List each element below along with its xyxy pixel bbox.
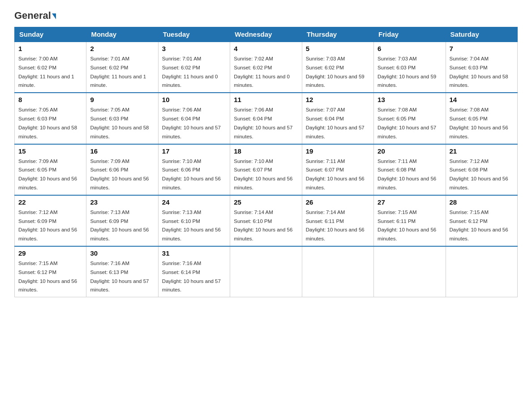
day-number: 14 (450, 96, 514, 103)
day-info: Sunrise: 7:14 AMSunset: 6:10 PMDaylight:… (234, 210, 292, 241)
day-info: Sunrise: 7:09 AMSunset: 6:06 PMDaylight:… (90, 158, 149, 190)
calendar-cell: 18 Sunrise: 7:10 AMSunset: 6:07 PMDaylig… (230, 144, 302, 195)
calendar-cell: 22 Sunrise: 7:12 AMSunset: 6:09 PMDaylig… (15, 195, 86, 246)
day-info: Sunrise: 7:10 AMSunset: 6:06 PMDaylight:… (162, 158, 221, 190)
day-number: 31 (162, 249, 226, 257)
col-header-sunday: Sunday (15, 27, 86, 42)
calendar-cell: 23 Sunrise: 7:13 AMSunset: 6:09 PMDaylig… (86, 195, 158, 246)
day-number: 25 (234, 198, 298, 206)
calendar-cell: 24 Sunrise: 7:13 AMSunset: 6:10 PMDaylig… (158, 195, 230, 246)
calendar-cell: 25 Sunrise: 7:14 AMSunset: 6:10 PMDaylig… (230, 195, 302, 246)
day-number: 29 (18, 249, 82, 257)
day-number: 1 (18, 45, 82, 52)
day-info: Sunrise: 7:04 AMSunset: 6:03 PMDaylight:… (450, 56, 508, 88)
day-number: 7 (450, 45, 514, 52)
col-header-monday: Monday (86, 27, 158, 42)
calendar-cell: 4 Sunrise: 7:02 AMSunset: 6:02 PMDayligh… (230, 42, 302, 93)
day-info: Sunrise: 7:16 AMSunset: 6:13 PMDaylight:… (90, 261, 149, 292)
col-header-wednesday: Wednesday (230, 27, 302, 42)
calendar-header-row: SundayMondayTuesdayWednesdayThursdayFrid… (15, 27, 518, 42)
day-number: 26 (306, 198, 370, 206)
calendar-cell: 16 Sunrise: 7:09 AMSunset: 6:06 PMDaylig… (86, 144, 158, 195)
calendar-week-row: 15 Sunrise: 7:09 AMSunset: 6:05 PMDaylig… (15, 144, 518, 195)
day-info: Sunrise: 7:14 AMSunset: 6:11 PMDaylight:… (306, 210, 365, 241)
calendar-cell (302, 246, 373, 297)
day-info: Sunrise: 7:13 AMSunset: 6:10 PMDaylight:… (162, 210, 221, 241)
col-header-thursday: Thursday (302, 27, 373, 42)
calendar-cell: 3 Sunrise: 7:01 AMSunset: 6:02 PMDayligh… (158, 42, 230, 93)
day-number: 23 (90, 198, 154, 206)
calendar-cell: 14 Sunrise: 7:08 AMSunset: 6:05 PMDaylig… (446, 93, 517, 144)
day-info: Sunrise: 7:08 AMSunset: 6:05 PMDaylight:… (450, 107, 508, 139)
day-number: 3 (162, 45, 226, 52)
calendar-cell: 2 Sunrise: 7:01 AMSunset: 6:02 PMDayligh… (86, 42, 158, 93)
logo-triangle-icon (52, 13, 56, 19)
day-number: 13 (378, 96, 442, 103)
calendar-cell: 10 Sunrise: 7:06 AMSunset: 6:04 PMDaylig… (158, 93, 230, 144)
day-info: Sunrise: 7:11 AMSunset: 6:07 PMDaylight:… (306, 158, 365, 190)
calendar-cell: 17 Sunrise: 7:10 AMSunset: 6:06 PMDaylig… (158, 144, 230, 195)
day-number: 9 (90, 96, 154, 103)
day-number: 15 (18, 147, 82, 155)
day-number: 18 (234, 147, 298, 155)
day-number: 21 (450, 147, 514, 155)
day-info: Sunrise: 7:15 AMSunset: 6:11 PMDaylight:… (378, 210, 436, 241)
calendar-cell: 5 Sunrise: 7:03 AMSunset: 6:02 PMDayligh… (302, 42, 373, 93)
calendar-week-row: 22 Sunrise: 7:12 AMSunset: 6:09 PMDaylig… (15, 195, 518, 246)
day-info: Sunrise: 7:09 AMSunset: 6:05 PMDaylight:… (18, 158, 77, 190)
calendar-cell: 9 Sunrise: 7:05 AMSunset: 6:03 PMDayligh… (86, 93, 158, 144)
calendar-cell: 31 Sunrise: 7:16 AMSunset: 6:14 PMDaylig… (158, 246, 230, 297)
calendar-week-row: 29 Sunrise: 7:15 AMSunset: 6:12 PMDaylig… (15, 246, 518, 297)
calendar-cell: 13 Sunrise: 7:08 AMSunset: 6:05 PMDaylig… (374, 93, 446, 144)
day-number: 19 (306, 147, 370, 155)
calendar-cell: 12 Sunrise: 7:07 AMSunset: 6:04 PMDaylig… (302, 93, 373, 144)
day-info: Sunrise: 7:03 AMSunset: 6:03 PMDaylight:… (378, 56, 436, 88)
day-info: Sunrise: 7:12 AMSunset: 6:09 PMDaylight:… (18, 210, 77, 241)
day-number: 4 (234, 45, 298, 52)
day-number: 20 (378, 147, 442, 155)
calendar-cell: 30 Sunrise: 7:16 AMSunset: 6:13 PMDaylig… (86, 246, 158, 297)
day-number: 24 (162, 198, 226, 206)
calendar-cell: 11 Sunrise: 7:06 AMSunset: 6:04 PMDaylig… (230, 93, 302, 144)
day-info: Sunrise: 7:01 AMSunset: 6:02 PMDaylight:… (90, 56, 146, 88)
day-number: 8 (18, 96, 82, 103)
day-number: 11 (234, 96, 298, 103)
calendar-cell: 20 Sunrise: 7:11 AMSunset: 6:08 PMDaylig… (374, 144, 446, 195)
day-info: Sunrise: 7:13 AMSunset: 6:09 PMDaylight:… (90, 210, 149, 241)
day-number: 22 (18, 198, 82, 206)
calendar-cell (374, 246, 446, 297)
day-number: 5 (306, 45, 370, 52)
calendar-cell: 27 Sunrise: 7:15 AMSunset: 6:11 PMDaylig… (374, 195, 446, 246)
day-info: Sunrise: 7:06 AMSunset: 6:04 PMDaylight:… (162, 107, 221, 139)
day-info: Sunrise: 7:16 AMSunset: 6:14 PMDaylight:… (162, 261, 221, 292)
calendar-table: SundayMondayTuesdayWednesdayThursdayFrid… (14, 27, 518, 297)
calendar-cell: 28 Sunrise: 7:15 AMSunset: 6:12 PMDaylig… (446, 195, 517, 246)
calendar-cell: 6 Sunrise: 7:03 AMSunset: 6:03 PMDayligh… (374, 42, 446, 93)
calendar-cell: 15 Sunrise: 7:09 AMSunset: 6:05 PMDaylig… (15, 144, 86, 195)
col-header-friday: Friday (374, 27, 446, 42)
logo: General (14, 11, 56, 21)
day-info: Sunrise: 7:12 AMSunset: 6:08 PMDaylight:… (450, 158, 508, 190)
day-number: 17 (162, 147, 226, 155)
calendar-cell (230, 246, 302, 297)
day-number: 16 (90, 147, 154, 155)
day-info: Sunrise: 7:02 AMSunset: 6:02 PMDaylight:… (234, 56, 290, 88)
logo-line1: General (14, 11, 56, 21)
day-info: Sunrise: 7:07 AMSunset: 6:04 PMDaylight:… (306, 107, 365, 139)
day-number: 2 (90, 45, 154, 52)
day-number: 30 (90, 249, 154, 257)
day-info: Sunrise: 7:15 AMSunset: 6:12 PMDaylight:… (450, 210, 508, 241)
col-header-tuesday: Tuesday (158, 27, 230, 42)
calendar-cell: 7 Sunrise: 7:04 AMSunset: 6:03 PMDayligh… (446, 42, 517, 93)
day-info: Sunrise: 7:00 AMSunset: 6:02 PMDaylight:… (18, 56, 74, 88)
calendar-cell: 8 Sunrise: 7:05 AMSunset: 6:03 PMDayligh… (15, 93, 86, 144)
page-header: General (14, 11, 518, 21)
day-info: Sunrise: 7:08 AMSunset: 6:05 PMDaylight:… (378, 107, 436, 139)
day-info: Sunrise: 7:15 AMSunset: 6:12 PMDaylight:… (18, 261, 77, 292)
day-info: Sunrise: 7:05 AMSunset: 6:03 PMDaylight:… (18, 107, 77, 139)
col-header-saturday: Saturday (446, 27, 517, 42)
calendar-week-row: 1 Sunrise: 7:00 AMSunset: 6:02 PMDayligh… (15, 42, 518, 93)
day-info: Sunrise: 7:10 AMSunset: 6:07 PMDaylight:… (234, 158, 292, 190)
calendar-week-row: 8 Sunrise: 7:05 AMSunset: 6:03 PMDayligh… (15, 93, 518, 144)
calendar-cell: 21 Sunrise: 7:12 AMSunset: 6:08 PMDaylig… (446, 144, 517, 195)
